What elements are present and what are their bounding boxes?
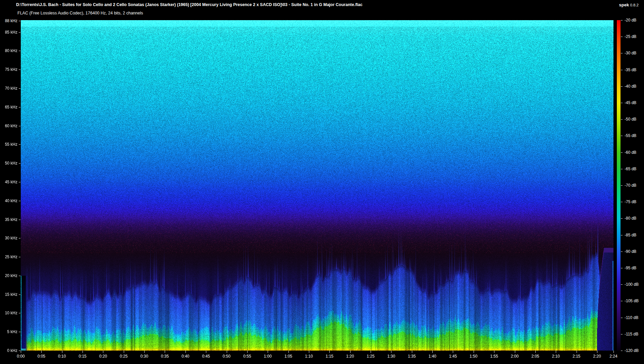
db-axis-label: -70 dB (625, 183, 636, 188)
freq-axis-label: 20 kHz (0, 273, 17, 278)
freq-axis-label: 85 kHz (0, 30, 17, 35)
freq-axis-label: 40 kHz (0, 198, 17, 203)
db-tick (621, 119, 623, 120)
db-axis-label: -55 dB (625, 133, 636, 138)
time-axis-label: 2:05 (531, 354, 539, 359)
time-axis-label: 1:30 (387, 354, 395, 359)
time-tick (432, 351, 433, 353)
time-axis-label: 2:24 (609, 354, 617, 359)
freq-tick (19, 313, 20, 313)
time-tick (535, 351, 536, 353)
db-tick (621, 20, 623, 20)
time-axis-label: 1:45 (449, 354, 457, 359)
freq-tick (19, 351, 20, 351)
db-axis-label: -35 dB (625, 67, 636, 72)
db-axis-label: -85 dB (625, 233, 636, 237)
time-tick (494, 351, 494, 353)
db-tick (621, 235, 623, 235)
db-tick (621, 70, 623, 70)
freq-tick (19, 276, 20, 276)
time-tick (453, 351, 453, 353)
time-tick (206, 351, 206, 353)
db-tick (621, 252, 623, 252)
time-tick (515, 351, 515, 353)
time-tick (227, 351, 227, 353)
time-axis-label: 2:10 (552, 354, 560, 359)
time-tick (62, 351, 62, 353)
freq-axis-label: 88 kHz (0, 18, 17, 23)
time-tick (577, 351, 577, 353)
freq-axis-label: 15 kHz (0, 292, 17, 297)
time-axis-label: 0:40 (181, 354, 189, 359)
db-tick (621, 169, 623, 169)
time-tick (288, 351, 289, 353)
time-tick (309, 351, 309, 353)
freq-tick (19, 238, 20, 238)
freq-axis-label: 30 kHz (0, 236, 17, 240)
freq-tick (19, 126, 20, 126)
db-axis-label: -105 dB (625, 299, 639, 303)
app-version: spek 0.8.2 (619, 2, 639, 7)
time-axis-label: 1:55 (490, 354, 498, 359)
freq-axis-label: 55 kHz (0, 142, 17, 147)
time-axis-label: 1:05 (284, 354, 292, 359)
db-axis-label: -45 dB (625, 100, 636, 105)
db-tick (621, 37, 623, 37)
time-tick (103, 351, 103, 353)
time-tick (144, 351, 145, 353)
spectrogram-canvas (21, 20, 613, 351)
time-axis-label: 0:00 (17, 354, 24, 359)
freq-tick (19, 201, 20, 201)
time-tick (350, 351, 351, 353)
time-axis-label: 2:20 (593, 354, 601, 359)
db-tick (621, 136, 623, 136)
freq-axis-label: 35 kHz (0, 217, 17, 222)
time-axis-label: 0:35 (161, 354, 169, 359)
db-tick (621, 103, 623, 103)
db-tick (621, 351, 623, 351)
db-axis-label: -60 dB (625, 150, 636, 155)
db-axis-label: -65 dB (625, 167, 636, 171)
db-tick (621, 202, 623, 202)
time-axis-label: 1:40 (428, 354, 436, 359)
db-tick (621, 284, 623, 285)
time-axis-label: 1:35 (408, 354, 416, 359)
time-axis-label: 0:20 (99, 354, 107, 359)
freq-axis-label: 5 kHz (0, 329, 17, 334)
db-tick (621, 185, 623, 186)
db-axis-label: -90 dB (625, 249, 636, 254)
db-axis-label: -25 dB (625, 34, 636, 39)
time-axis-label: 0:45 (202, 354, 210, 359)
freq-tick (19, 332, 20, 332)
time-tick (371, 351, 371, 353)
time-axis-label: 1:15 (326, 354, 333, 359)
time-axis-label: 0:10 (58, 354, 66, 359)
time-tick (124, 351, 124, 353)
time-axis-label: 0:30 (140, 354, 148, 359)
time-tick (391, 351, 391, 353)
freq-axis-label: 75 kHz (0, 67, 17, 72)
freq-tick (19, 257, 20, 257)
time-axis-label: 1:20 (346, 354, 354, 359)
time-tick (474, 351, 474, 353)
freq-axis-label: 50 kHz (0, 161, 17, 166)
time-axis-label: 0:05 (38, 354, 45, 359)
time-tick (185, 351, 186, 353)
time-tick (597, 351, 597, 353)
time-tick (268, 351, 268, 353)
time-axis-label: 0:15 (78, 354, 86, 359)
time-axis-label: 2:15 (573, 354, 580, 359)
freq-tick (19, 163, 20, 164)
time-tick (165, 351, 165, 353)
time-axis-label: 1:00 (264, 354, 272, 359)
db-axis-label: -40 dB (625, 84, 636, 89)
freq-axis-label: 0 kHz (0, 348, 17, 353)
db-axis-label: -110 dB (625, 315, 638, 320)
db-axis-label: -50 dB (625, 117, 636, 122)
time-axis-label: 0:25 (120, 354, 127, 359)
freq-axis-label: 70 kHz (0, 86, 17, 91)
freq-axis-label: 80 kHz (0, 48, 17, 53)
legend-color-bar (617, 20, 621, 351)
time-tick (83, 351, 83, 353)
freq-axis-label: 65 kHz (0, 105, 17, 109)
